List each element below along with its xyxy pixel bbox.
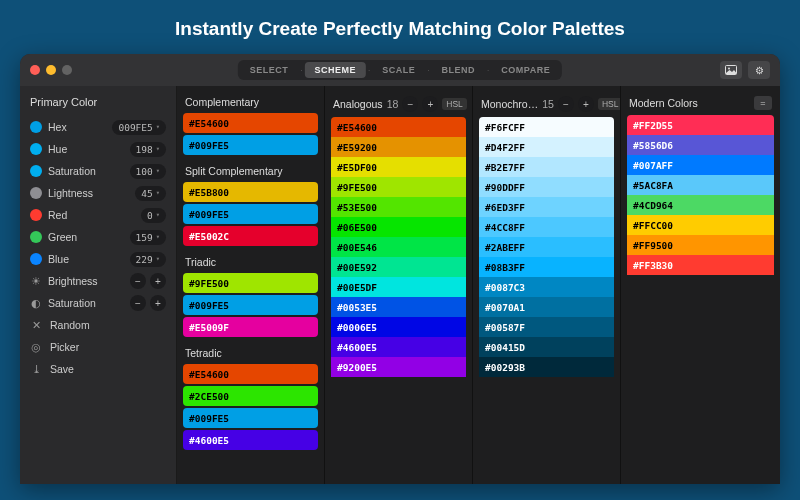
- color-swatch[interactable]: #0070A1: [479, 297, 614, 317]
- tab-select[interactable]: SELECT: [240, 62, 299, 78]
- gear-icon: ⚙: [755, 65, 764, 76]
- value-pill[interactable]: 159▾: [130, 230, 166, 245]
- color-swatch[interactable]: #E5009F: [183, 317, 318, 337]
- sidebar-label: Saturation: [48, 297, 124, 309]
- color-swatch[interactable]: #E54600: [183, 113, 318, 133]
- minus-button[interactable]: −: [130, 273, 146, 289]
- window-controls: [30, 65, 72, 75]
- color-swatch-icon: [30, 143, 42, 155]
- app-body: Primary Color Hex009FE5▾Hue198▾Saturatio…: [20, 86, 780, 484]
- maximize-icon[interactable]: [62, 65, 72, 75]
- color-swatch[interactable]: #00E592: [331, 257, 466, 277]
- color-swatch[interactable]: #2ABEFF: [479, 237, 614, 257]
- swatch-group: #E54600#2CE500#009FE5#4600E5: [183, 364, 318, 450]
- sidebar-label: Hex: [48, 121, 106, 133]
- minus-button[interactable]: −: [558, 96, 574, 112]
- color-swatch[interactable]: #009FE5: [183, 204, 318, 224]
- color-swatch[interactable]: #9FE500: [183, 273, 318, 293]
- color-swatch[interactable]: #E5002C: [183, 226, 318, 246]
- sidebar-label: Picker: [50, 341, 166, 353]
- color-swatch[interactable]: #FF2D55: [627, 115, 774, 135]
- plus-button[interactable]: +: [150, 273, 166, 289]
- close-icon[interactable]: [30, 65, 40, 75]
- color-swatch[interactable]: #00587F: [479, 317, 614, 337]
- stepper: −+: [130, 295, 166, 311]
- value-pill[interactable]: 100▾: [130, 164, 166, 179]
- sidebar-row-picker[interactable]: ◎Picker: [28, 336, 168, 358]
- minus-button[interactable]: −: [402, 96, 418, 112]
- color-swatch[interactable]: #4CD964: [627, 195, 774, 215]
- color-swatch[interactable]: #00293B: [479, 357, 614, 377]
- color-swatch[interactable]: #08B3FF: [479, 257, 614, 277]
- stepper: −+: [130, 273, 166, 289]
- color-swatch[interactable]: #E54600: [183, 364, 318, 384]
- schemes-column: Complementary#E54600#009FE5Split Complem…: [177, 86, 325, 484]
- tab-scale[interactable]: SCALE: [372, 62, 425, 78]
- color-swatch[interactable]: #009FE5: [183, 135, 318, 155]
- color-swatch[interactable]: #FFCC00: [627, 215, 774, 235]
- color-swatch[interactable]: #5856D6: [627, 135, 774, 155]
- sidebar-row-save[interactable]: ⤓Save: [28, 358, 168, 380]
- plus-button[interactable]: +: [422, 96, 438, 112]
- sidebar-row-lightness: Lightness45▾: [28, 182, 168, 204]
- value-pill[interactable]: 229▾: [130, 252, 166, 267]
- plus-button[interactable]: +: [578, 96, 594, 112]
- color-swatch[interactable]: #4600E5: [331, 337, 466, 357]
- color-swatch[interactable]: #9200E5: [331, 357, 466, 377]
- tab-compare[interactable]: COMPARE: [491, 62, 560, 78]
- color-swatch-icon: [30, 187, 42, 199]
- hsl-toggle[interactable]: HSL: [598, 98, 621, 110]
- color-swatch[interactable]: #E5B800: [183, 182, 318, 202]
- color-swatch[interactable]: #D4F2FF: [479, 137, 614, 157]
- color-swatch[interactable]: #B2E7FF: [479, 157, 614, 177]
- random-icon: ✕: [30, 319, 42, 332]
- color-swatch[interactable]: #4600E5: [183, 430, 318, 450]
- color-swatch[interactable]: #009FE5: [183, 295, 318, 315]
- group-title: Complementary: [183, 92, 318, 113]
- color-swatch[interactable]: #E59200: [331, 137, 466, 157]
- color-swatch[interactable]: #FF9500: [627, 235, 774, 255]
- modern-column: Modern Colors=#FF2D55#5856D6#007AFF#5AC8…: [621, 86, 780, 484]
- color-swatch[interactable]: #0087C3: [479, 277, 614, 297]
- value-pill[interactable]: 009FE5▾: [112, 120, 166, 135]
- color-swatch[interactable]: #009FE5: [183, 408, 318, 428]
- value-pill[interactable]: 198▾: [130, 142, 166, 157]
- count-label: 15: [542, 98, 554, 110]
- color-swatch[interactable]: #00E546: [331, 237, 466, 257]
- tab-blend[interactable]: BLEND: [432, 62, 486, 78]
- color-swatch[interactable]: #00415D: [479, 337, 614, 357]
- sidebar-title: Primary Color: [28, 92, 168, 114]
- color-swatch[interactable]: #9FE500: [331, 177, 466, 197]
- color-swatch[interactable]: #5AC8FA: [627, 175, 774, 195]
- tab-scheme[interactable]: SCHEME: [305, 62, 367, 78]
- color-swatch[interactable]: #53E500: [331, 197, 466, 217]
- columns: Complementary#E54600#009FE5Split Complem…: [177, 86, 780, 484]
- color-swatch[interactable]: #007AFF: [627, 155, 774, 175]
- image-button[interactable]: [720, 61, 742, 79]
- color-swatch-icon: [30, 165, 42, 177]
- settings-button[interactable]: ⚙: [748, 61, 770, 79]
- sidebar-label: Green: [48, 231, 124, 243]
- color-swatch[interactable]: #E54600: [331, 117, 466, 137]
- value-pill[interactable]: 45▾: [135, 186, 166, 201]
- sidebar-row-random[interactable]: ✕Random: [28, 314, 168, 336]
- plus-button[interactable]: +: [150, 295, 166, 311]
- minus-button[interactable]: −: [130, 295, 146, 311]
- color-swatch[interactable]: #0006E5: [331, 317, 466, 337]
- column-title: Analogous: [333, 98, 383, 110]
- color-swatch[interactable]: #90DDFF: [479, 177, 614, 197]
- color-swatch[interactable]: #06E500: [331, 217, 466, 237]
- tab-separator: ·: [366, 66, 372, 75]
- color-swatch[interactable]: #0053E5: [331, 297, 466, 317]
- value-pill[interactable]: 0▾: [141, 208, 166, 223]
- color-swatch[interactable]: #4CC8FF: [479, 217, 614, 237]
- hsl-toggle[interactable]: HSL: [442, 98, 467, 110]
- color-swatch[interactable]: #FF3B30: [627, 255, 774, 275]
- color-swatch[interactable]: #E5DF00: [331, 157, 466, 177]
- color-swatch[interactable]: #2CE500: [183, 386, 318, 406]
- minimize-icon[interactable]: [46, 65, 56, 75]
- color-swatch[interactable]: #00E5DF: [331, 277, 466, 297]
- menu-button[interactable]: =: [754, 96, 772, 110]
- color-swatch[interactable]: #F6FCFF: [479, 117, 614, 137]
- color-swatch[interactable]: #6ED3FF: [479, 197, 614, 217]
